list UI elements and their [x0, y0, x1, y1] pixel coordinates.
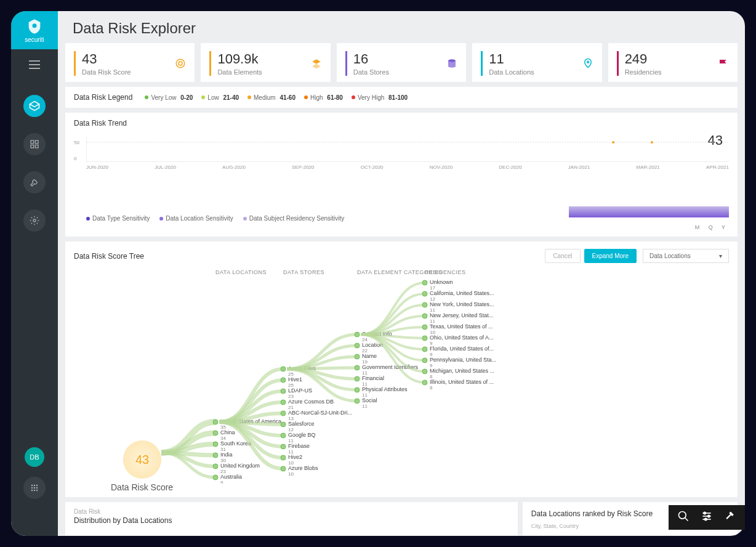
- svg-point-28: [213, 419, 218, 424]
- nav-cube-icon[interactable]: [23, 95, 46, 117]
- svg-point-20: [179, 62, 182, 65]
- tree-grouping-select[interactable]: Data Locations ▾: [643, 249, 729, 263]
- svg-point-9: [33, 219, 36, 222]
- expand-more-button[interactable]: Expand More: [584, 249, 637, 263]
- brand-text: securiti: [25, 36, 44, 43]
- svg-text:Financial: Financial: [362, 375, 384, 381]
- sliders-icon[interactable]: [701, 510, 713, 525]
- svg-point-109: [422, 325, 427, 330]
- svg-text:India: India: [220, 452, 233, 458]
- nav-gear-icon[interactable]: [23, 209, 46, 232]
- kpi-data-elements[interactable]: 109.9kData Elements: [201, 43, 330, 82]
- legend-item: Medium 41-60: [247, 94, 296, 101]
- svg-point-94: [355, 399, 360, 403]
- svg-rect-5: [31, 140, 34, 144]
- svg-point-15: [36, 487, 38, 489]
- legend-item: Very Low 0-20: [145, 94, 193, 101]
- svg-rect-6: [35, 140, 38, 144]
- root-score-badge: 43: [123, 440, 161, 479]
- svg-rect-8: [35, 145, 38, 148]
- database-icon: [446, 58, 457, 69]
- svg-point-124: [422, 380, 427, 385]
- kpi-risk-score[interactable]: 43Data Risk Score: [65, 43, 195, 82]
- main-content: Data Risk Explorer 43Data Risk Score 109…: [58, 11, 745, 536]
- svg-point-121: [422, 369, 427, 374]
- kpi-row: 43Data Risk Score 109.9kData Elements 16…: [58, 43, 745, 87]
- root-score-label: Data Risk Score: [111, 482, 173, 492]
- svg-point-55: [281, 400, 286, 405]
- svg-text:Illinois, United States of ...: Illinois, United States of ...: [430, 379, 494, 385]
- tree-diagram[interactable]: United States of America35China34South K…: [74, 268, 729, 484]
- svg-point-13: [31, 487, 33, 489]
- svg-text:Hive1: Hive1: [288, 376, 302, 383]
- distribution-panel: Data Risk Distribution by Data Locations: [65, 502, 518, 535]
- svg-point-49: [281, 378, 286, 383]
- svg-marker-4: [30, 102, 39, 107]
- svg-point-31: [213, 431, 218, 436]
- svg-text:Azure Blobs: Azure Blobs: [288, 465, 318, 471]
- svg-point-27: [651, 141, 653, 144]
- svg-point-16: [31, 490, 33, 492]
- svg-text:Pennsylvania, United Sta...: Pennsylvania, United Sta...: [430, 357, 496, 363]
- svg-text:Unknown: Unknown: [430, 279, 453, 285]
- nav-apps-icon[interactable]: [23, 477, 46, 499]
- svg-point-46: [281, 367, 286, 371]
- svg-point-134: [705, 518, 707, 520]
- tree-title: Data Risk Score Tree: [74, 252, 541, 261]
- flag-icon: [718, 58, 729, 69]
- legend-item: High 61-80: [304, 94, 343, 101]
- svg-point-11: [34, 485, 36, 487]
- svg-point-103: [422, 302, 427, 307]
- svg-text:9: 9: [220, 480, 223, 484]
- kpi-data-locations[interactable]: 11Data Locations: [472, 43, 601, 82]
- menu-toggle-icon[interactable]: [29, 60, 40, 71]
- svg-point-79: [355, 343, 360, 348]
- svg-text:Firebase: Firebase: [288, 443, 310, 449]
- svg-point-10: [31, 485, 33, 487]
- svg-text:New York, United States...: New York, United States...: [430, 301, 494, 307]
- svg-point-106: [422, 314, 427, 318]
- search-icon[interactable]: [677, 510, 690, 525]
- svg-point-12: [36, 485, 38, 487]
- kpi-residencies[interactable]: 249Residencies: [608, 43, 738, 82]
- svg-point-24: [587, 61, 589, 63]
- svg-point-17: [34, 490, 36, 492]
- user-avatar[interactable]: DB: [25, 447, 44, 467]
- svg-text:Ohio, United States of A...: Ohio, United States of A...: [430, 334, 494, 341]
- svg-marker-22: [312, 64, 321, 69]
- svg-point-37: [213, 453, 218, 458]
- hammer-icon[interactable]: [724, 510, 736, 525]
- svg-point-34: [213, 442, 218, 447]
- svg-text:Google BQ: Google BQ: [288, 432, 316, 438]
- trend-stacked-band: [569, 206, 729, 217]
- nav-wrench-icon[interactable]: [23, 171, 46, 193]
- svg-text:Florida, United States of...: Florida, United States of...: [430, 346, 494, 352]
- svg-point-40: [213, 464, 218, 469]
- kpi-data-stores[interactable]: 16Data Stores: [337, 43, 466, 82]
- svg-text:Social: Social: [362, 397, 377, 403]
- svg-text:Australia: Australia: [220, 474, 242, 480]
- svg-point-118: [422, 358, 427, 363]
- sidebar: securiti DB: [11, 11, 58, 536]
- svg-point-61: [281, 422, 286, 427]
- svg-rect-7: [31, 145, 34, 148]
- layers-icon: [311, 58, 322, 69]
- page-header: Data Risk Explorer: [58, 11, 745, 43]
- nav-dashboard-icon[interactable]: [23, 133, 46, 155]
- legend-title: Data Risk Legend: [74, 93, 132, 102]
- svg-text:10: 10: [288, 471, 294, 477]
- svg-text:LDAP-US: LDAP-US: [288, 387, 312, 394]
- legend-item: Low 21-40: [201, 94, 239, 101]
- trend-plot[interactable]: [86, 137, 729, 162]
- risk-legend-panel: Data Risk Legend Very Low 0-20Low 21-40M…: [65, 87, 738, 108]
- svg-point-14: [34, 487, 36, 489]
- brand-logo[interactable]: securiti: [11, 11, 58, 49]
- svg-point-76: [355, 332, 360, 337]
- svg-line-128: [685, 518, 688, 521]
- svg-point-26: [612, 141, 614, 144]
- svg-point-88: [355, 376, 360, 381]
- trend-range-controls[interactable]: M Q Y: [74, 224, 729, 230]
- svg-point-58: [281, 411, 286, 416]
- svg-point-85: [355, 365, 360, 370]
- cancel-button[interactable]: Cancel: [545, 249, 580, 263]
